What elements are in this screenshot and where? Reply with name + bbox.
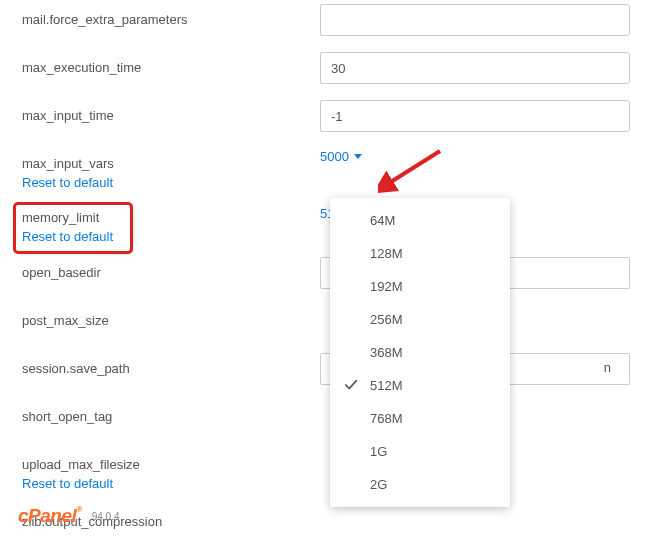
dropdown-option-2g[interactable]: 2G <box>330 468 510 501</box>
setting-label: short_open_tag <box>0 401 320 426</box>
setting-row-max-input-time: max_input_time <box>0 100 670 134</box>
partial-text: n <box>604 360 611 375</box>
dropdown-option-512m[interactable]: 512M <box>330 369 510 402</box>
dropdown-option-192m[interactable]: 192M <box>330 270 510 303</box>
label-text: max_input_vars <box>22 156 114 171</box>
reset-link[interactable]: Reset to default <box>22 475 320 493</box>
max-input-time-input[interactable] <box>320 100 630 132</box>
max-execution-time-input[interactable] <box>320 52 630 84</box>
reset-link[interactable]: Reset to default <box>22 174 320 192</box>
setting-label: max_input_time <box>0 100 320 125</box>
footer: cPanel® 94.0.4 <box>18 505 119 527</box>
setting-label: open_basedir <box>0 257 320 282</box>
dropdown-option-368m[interactable]: 368M <box>330 336 510 369</box>
memory-limit-highlight-box: memory_limit Reset to default <box>16 205 130 251</box>
setting-label: post_max_size <box>0 305 320 330</box>
checkmark-icon <box>344 378 358 392</box>
dropdown-option-64m[interactable]: 64M <box>330 204 510 237</box>
memory-limit-dropdown-menu: 64M 128M 192M 256M 368M 512M 768M 1G 2G <box>330 198 510 507</box>
setting-row-max-execution-time: max_execution_time <box>0 52 670 86</box>
setting-row-mail-force-extra-parameters: mail.force_extra_parameters <box>0 4 670 38</box>
dropdown-option-128m[interactable]: 128M <box>330 237 510 270</box>
dropdown-option-256m[interactable]: 256M <box>330 303 510 336</box>
reset-link[interactable]: Reset to default <box>22 228 124 246</box>
label-text: memory_limit <box>22 209 124 227</box>
setting-label: session.save_path <box>0 353 320 378</box>
setting-label: mail.force_extra_parameters <box>0 4 320 29</box>
mail-force-extra-parameters-input[interactable] <box>320 4 630 36</box>
dropdown-value: 5000 <box>320 149 349 164</box>
label-text: upload_max_filesize <box>22 457 140 472</box>
setting-row-max-input-vars: max_input_vars Reset to default 5000 <box>0 148 670 191</box>
max-input-vars-dropdown[interactable]: 5000 <box>320 148 362 164</box>
version-text: 94.0.4 <box>92 511 120 522</box>
cpanel-logo: cPanel® <box>18 505 82 527</box>
caret-down-icon <box>354 154 362 159</box>
setting-label: max_input_vars Reset to default <box>0 148 320 191</box>
setting-label: upload_max_filesize Reset to default <box>0 449 320 492</box>
setting-label: max_execution_time <box>0 52 320 77</box>
dropdown-option-1g[interactable]: 1G <box>330 435 510 468</box>
dropdown-option-768m[interactable]: 768M <box>330 402 510 435</box>
